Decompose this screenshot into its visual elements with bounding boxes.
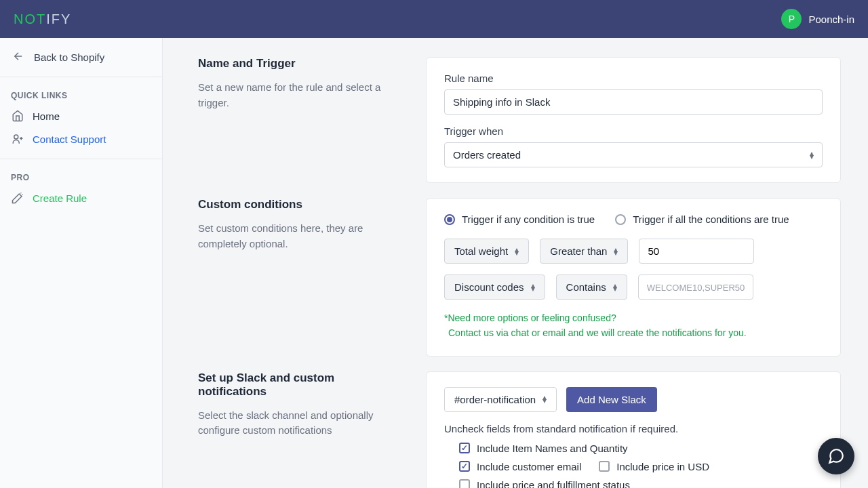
logo: NOTIFY xyxy=(14,12,71,27)
select-value: Discount codes xyxy=(454,281,524,293)
checkbox-icon xyxy=(459,479,470,488)
uncheck-instruction: Uncheck fields from standard notificatio… xyxy=(444,423,823,434)
select-value: Contains xyxy=(566,281,606,293)
condition-value-input[interactable] xyxy=(639,239,754,264)
select-value: #order-notification xyxy=(454,394,536,405)
arrow-left-icon xyxy=(12,50,24,64)
radio-all-conditions[interactable]: Trigger if all the conditions are true xyxy=(615,214,789,225)
checkbox-include-price-fulfillment[interactable]: Include price and fulfillment status xyxy=(459,479,630,488)
checkbox-icon: ✓ xyxy=(459,461,470,472)
chat-icon xyxy=(827,447,845,465)
trigger-when-select[interactable]: Orders created ▴▾ xyxy=(444,142,823,167)
sidebar-item-home[interactable]: Home xyxy=(0,104,162,127)
checkbox-label: Include price and fulfillment status xyxy=(477,479,630,488)
condition-value-input[interactable] xyxy=(638,274,753,300)
sidebar-heading-quicklinks: QUICK LINKS xyxy=(0,87,162,104)
section-desc: Select the slack channel and optionally … xyxy=(198,408,399,439)
main-content: Name and Trigger Set a new name for the … xyxy=(163,38,868,488)
username-label: Poonch-in xyxy=(808,14,854,25)
radio-label: Trigger if any condition is true xyxy=(462,214,595,225)
section-desc: Set a new name for the rule and select a… xyxy=(198,80,399,110)
sidebar-item-contact-support[interactable]: Contact Support xyxy=(0,127,162,150)
checkbox-label: Include customer email xyxy=(477,461,581,472)
app-header: NOTIFY P Poonch-in xyxy=(0,0,868,38)
home-icon xyxy=(11,110,24,122)
help-text-line1: *Need more options or feeling confused? xyxy=(444,310,823,325)
user-plus-icon xyxy=(11,133,24,145)
chevron-updown-icon: ▴▾ xyxy=(542,396,547,403)
select-value: Orders created xyxy=(453,149,521,161)
card-name-trigger: Rule name Trigger when Orders created ▴▾ xyxy=(426,57,841,183)
section-title-slack: Set up Slack and custom notifications xyxy=(198,371,399,399)
back-to-shopify-link[interactable]: Back to Shopify xyxy=(0,38,162,77)
radio-any-condition[interactable]: Trigger if any condition is true xyxy=(444,214,595,225)
rule-name-input[interactable] xyxy=(444,89,823,115)
checkbox-include-email[interactable]: ✓ Include customer email xyxy=(459,461,581,472)
checkbox-label: Include price in USD xyxy=(616,461,709,472)
card-slack: #order-notification ▴▾ Add New Slack Unc… xyxy=(426,371,841,488)
chevron-updown-icon: ▴▾ xyxy=(531,284,535,291)
condition-operator-select[interactable]: Greater than ▴▾ xyxy=(540,239,628,264)
chevron-updown-icon: ▴▾ xyxy=(515,248,519,255)
chevron-updown-icon: ▴▾ xyxy=(810,152,814,159)
avatar: P xyxy=(781,9,802,29)
trigger-when-label: Trigger when xyxy=(444,125,823,137)
sidebar: Back to Shopify QUICK LINKS Home Contact… xyxy=(0,38,163,488)
sidebar-item-create-rule[interactable]: Create Rule xyxy=(0,186,162,209)
checkbox-include-items[interactable]: ✓ Include Item Names and Quantity xyxy=(459,443,628,454)
rule-name-label: Rule name xyxy=(444,73,823,84)
checkbox-icon xyxy=(599,461,610,472)
select-value: Total weight xyxy=(454,245,508,257)
chevron-updown-icon: ▴▾ xyxy=(613,284,617,291)
add-new-slack-button[interactable]: Add New Slack xyxy=(566,387,657,412)
slack-channel-select[interactable]: #order-notification ▴▾ xyxy=(444,387,557,412)
user-menu[interactable]: P Poonch-in xyxy=(781,9,854,29)
radio-icon xyxy=(615,214,626,225)
condition-field-select[interactable]: Total weight ▴▾ xyxy=(444,239,529,264)
section-title-conditions: Custom conditions xyxy=(198,198,399,211)
sidebar-item-label: Contact Support xyxy=(33,134,106,145)
help-text-line2: Contact us via chat or email and we will… xyxy=(444,325,823,340)
condition-field-select[interactable]: Discount codes ▴▾ xyxy=(444,274,545,300)
svg-point-0 xyxy=(14,135,18,139)
checkbox-icon: ✓ xyxy=(459,443,470,453)
sidebar-item-label: Home xyxy=(33,110,60,122)
sidebar-item-label: Create Rule xyxy=(33,192,87,204)
chat-support-fab[interactable] xyxy=(818,438,854,474)
select-value: Greater than xyxy=(550,245,607,257)
section-title-name-trigger: Name and Trigger xyxy=(198,57,399,70)
checkbox-include-price-usd[interactable]: Include price in USD xyxy=(599,461,709,472)
condition-operator-select[interactable]: Contains ▴▾ xyxy=(556,274,627,300)
radio-icon xyxy=(444,214,455,225)
sidebar-heading-pro: PRO xyxy=(0,169,162,186)
section-desc: Set custom conditions here, they are com… xyxy=(198,221,399,251)
checkbox-label: Include Item Names and Quantity xyxy=(477,443,628,454)
back-label: Back to Shopify xyxy=(34,52,104,63)
chevron-updown-icon: ▴▾ xyxy=(614,248,618,255)
logo-part-not: NOT xyxy=(14,12,46,26)
logo-part-ify: IFY xyxy=(46,12,71,26)
card-conditions: Trigger if any condition is true Trigger… xyxy=(426,198,841,357)
radio-label: Trigger if all the conditions are true xyxy=(633,214,789,225)
magic-wand-icon xyxy=(11,192,24,204)
